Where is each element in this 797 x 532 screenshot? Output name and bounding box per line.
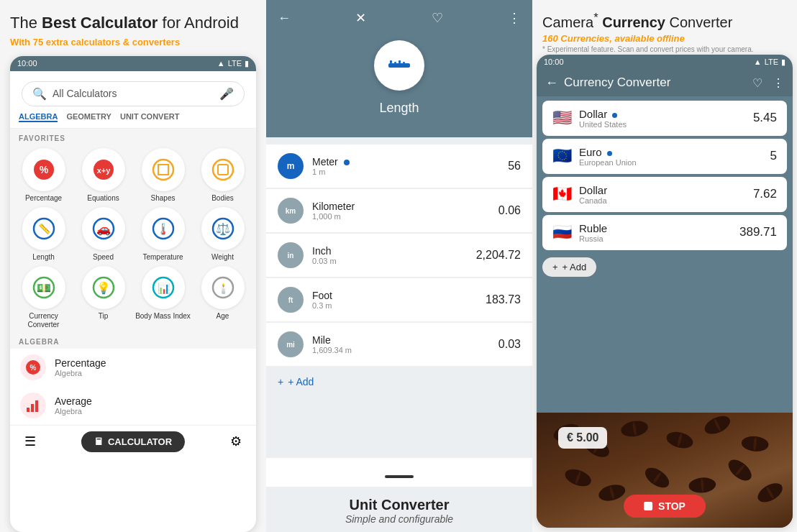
p3-back-button[interactable]: ← [545, 75, 558, 91]
battery-icon: ▮ [245, 59, 249, 68]
unit-name-mile: Mile [312, 334, 490, 346]
fav-bodies[interactable]: Bodies [195, 148, 250, 203]
usd-value: 5.45 [753, 111, 777, 125]
fav-tip-label: Tip [99, 312, 109, 321]
fav-speed[interactable]: 🚗 Speed [76, 207, 131, 262]
p3-title: Currency Converter [564, 75, 747, 90]
headline-pre: The [10, 14, 42, 32]
search-icon: 🔍 [32, 87, 47, 101]
calc-button[interactable]: 🖩 CALCULATOR [81, 431, 185, 452]
wifi-icon: ▲ [217, 59, 225, 68]
favorites-label: FAVORITES [10, 129, 256, 145]
unit-row-km[interactable]: km Kilometer 1,000 m 0.06 [266, 189, 532, 232]
heart-icon[interactable]: ♡ [432, 10, 443, 26]
average-list-icon [20, 393, 46, 418]
fav-percentage-label: Percentage [25, 194, 62, 203]
camera-preview: € 5.00 STOP [537, 413, 793, 528]
eur-country: European Union [579, 158, 763, 167]
unit-name-foot: Foot [312, 290, 477, 301]
unit-row-foot[interactable]: ft Foot 0.3 m 183.73 [266, 278, 532, 321]
rub-country: Russia [579, 234, 732, 243]
menu-icon[interactable]: ☰ [24, 434, 36, 449]
add-unit-button[interactable]: + + Add [266, 367, 532, 396]
percentage-name: Percentage [55, 357, 246, 369]
fav-temperature[interactable]: 🌡️ Temperature [135, 207, 191, 262]
unit-name-meter: Meter [312, 156, 499, 168]
status-bar-1: 10:00 ▲ LTE ▮ [10, 56, 256, 71]
fav-age[interactable]: 🕯️ Age [195, 266, 250, 329]
svg-rect-26 [27, 408, 29, 412]
list-item-average[interactable]: Average Algebra [10, 387, 256, 424]
unit-abbr-km: km [278, 198, 304, 224]
stop-label: STOP [658, 500, 686, 512]
fav-equations[interactable]: x+y Equations [76, 148, 131, 203]
unit-info-inch: Inch 0.03 m [312, 245, 468, 265]
svg-rect-32 [398, 60, 401, 63]
panel2-title: Length [379, 101, 419, 116]
fav-temperature-icon: 🌡️ [142, 207, 185, 250]
stop-button[interactable]: STOP [624, 495, 706, 518]
currency-row-rub[interactable]: 🇷🇺 Ruble Russia 389.71 [542, 215, 787, 250]
p3-status-icons: ▲ LTE ▮ [754, 58, 785, 67]
close-icon[interactable]: ✕ [355, 10, 366, 26]
more-icon[interactable]: ⋮ [508, 10, 521, 26]
p3-heart-icon[interactable]: ♡ [752, 76, 762, 90]
fav-bmi-icon: 📊 [142, 266, 185, 309]
list-item-percentage[interactable]: % Percentage Algebra [10, 349, 256, 386]
sub-pre: With [10, 37, 33, 47]
back-icon[interactable]: ← [278, 11, 291, 26]
unit-value-foot: 183.73 [486, 293, 521, 306]
p3-battery-icon: ▮ [781, 58, 785, 67]
fav-bmi[interactable]: 📊 Body Mass Index [135, 266, 191, 329]
panel1-headline: The Best Calculator for Android [10, 13, 256, 34]
average-name: Average [55, 395, 246, 407]
p3-time: 10:00 [544, 58, 564, 66]
unit-sub-foot: 0.3 m [312, 301, 477, 310]
fav-length[interactable]: 📏 Length [16, 207, 71, 262]
fav-length-label: Length [32, 253, 55, 262]
svg-rect-7 [218, 165, 228, 175]
fav-equations-icon: x+y [82, 148, 125, 191]
currency-row-usd[interactable]: 🇺🇸 Dollar United States 5.45 [542, 101, 787, 136]
eur-value: 5 [770, 149, 777, 163]
meter-active-dot [344, 160, 350, 165]
search-bar[interactable]: 🔍 All Calculators 🎤 [22, 81, 245, 106]
svg-text:🚗: 🚗 [96, 222, 111, 236]
unit-row-inch[interactable]: in Inch 0.03 m 2,204.72 [266, 234, 532, 277]
settings-icon[interactable]: ⚙ [230, 434, 242, 449]
fav-weight[interactable]: ⚖️ Weight [195, 207, 250, 262]
lte-label: LTE [228, 59, 242, 68]
unit-sub-inch: 0.03 m [312, 257, 468, 265]
currency-info-usd: Dollar United States [579, 108, 746, 129]
add-currency-button[interactable]: + + Add [542, 257, 596, 277]
unit-info-foot: Foot 0.3 m [312, 290, 477, 310]
fav-percentage[interactable]: % Percentage [16, 148, 71, 203]
rub-value: 389.71 [739, 225, 777, 239]
svg-rect-30 [390, 60, 392, 63]
tab-unit-convert[interactable]: UNIT CONVERT [120, 112, 180, 122]
svg-text:%: % [30, 364, 37, 372]
unit-info-meter: Meter 1 m [312, 156, 499, 176]
unit-info-km: Kilometer 1,000 m [312, 201, 490, 221]
unit-value-mile: 0.03 [498, 338, 521, 351]
unit-row-mile[interactable]: mi Mile 1,609.34 m 0.03 [266, 323, 532, 366]
headline-post: for Android [158, 14, 239, 32]
svg-text:⚖️: ⚖️ [216, 222, 230, 236]
unit-row-meter[interactable]: m Meter 1 m 56 [266, 145, 532, 188]
fav-shapes-label: Shapes [151, 194, 176, 203]
calc-label: CALCULATOR [108, 436, 172, 447]
add-label: + Add [288, 376, 314, 387]
svg-text:🕯️: 🕯️ [217, 283, 229, 295]
currency-row-eur[interactable]: 🇪🇺 Euro European Union 5 [542, 139, 787, 174]
tab-geometry[interactable]: GEOMETRY [66, 112, 111, 122]
tab-algebra[interactable]: ALGEBRA [19, 112, 58, 122]
fav-currency[interactable]: 💵 Currency Converter [16, 266, 71, 329]
percentage-list-text: Percentage Algebra [55, 357, 246, 377]
mic-icon: 🎤 [219, 87, 234, 101]
p3-more-icon[interactable]: ⋮ [773, 76, 784, 90]
currency-row-cad[interactable]: 🇨🇦 Dollar Canada 7.62 [542, 177, 787, 212]
fav-tip[interactable]: 💡 Tip [76, 266, 131, 329]
rub-name: Ruble [579, 222, 732, 234]
fav-shapes[interactable]: Shapes [135, 148, 191, 203]
bottom-indicator [385, 475, 414, 478]
